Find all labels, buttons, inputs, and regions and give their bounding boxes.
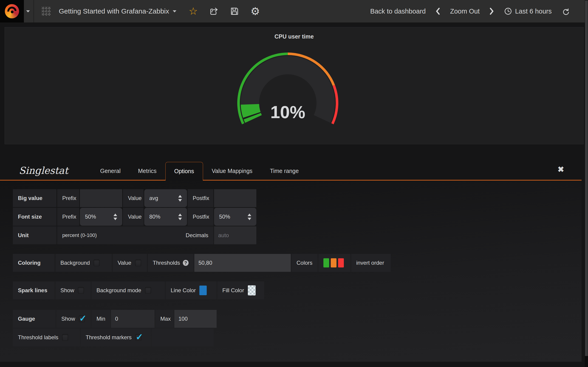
clock-icon	[504, 7, 512, 15]
dashboard-grid-icon	[42, 7, 51, 16]
min-input-cell	[111, 310, 155, 328]
grafana-logo	[5, 4, 19, 18]
gauge-show-checkbox[interactable]	[79, 315, 85, 322]
line-color-label: Line Color	[171, 287, 196, 294]
gauge-show-cell: Show	[56, 310, 91, 328]
save-button[interactable]	[230, 6, 239, 16]
spark-lines-row: Spark lines Show Background mode Line Co…	[13, 282, 582, 299]
gear-icon: ⚙	[251, 6, 260, 17]
fill-color-swatch[interactable]	[248, 285, 256, 295]
postfix-label: Postfix	[188, 189, 213, 207]
coloring-row: Coloring Background Value Thresholds? Co…	[13, 254, 582, 272]
unit-row: Unit percent (0-100) Decimals	[13, 226, 582, 244]
time-range-picker[interactable]: Last 6 hours	[504, 7, 552, 15]
close-editor-button[interactable]: ✖	[558, 165, 564, 174]
thresholds-input[interactable]	[194, 254, 291, 272]
fill-color-label: Fill Color	[222, 287, 244, 294]
panel-editor: Singlestat General Metrics Options Value…	[0, 158, 582, 362]
dashboard-title: Getting Started with Grafana-Zabbix	[59, 7, 169, 15]
caret-down-icon[interactable]	[26, 10, 30, 12]
big-value-postfix-input[interactable]	[214, 189, 256, 207]
refresh-icon[interactable]	[561, 7, 570, 16]
save-icon	[230, 7, 239, 16]
value-checkbox[interactable]	[135, 259, 141, 266]
show-label: Show	[61, 316, 75, 322]
share-button[interactable]	[209, 6, 219, 16]
help-icon[interactable]: ?	[183, 260, 189, 266]
tab-value-mappings[interactable]: Value Mappings	[203, 162, 261, 180]
threshold-markers-cell: Threshold markers	[81, 328, 151, 346]
threshold-labels-checkbox[interactable]	[62, 334, 68, 341]
line-color-swatch[interactable]	[199, 286, 207, 295]
top-navbar: Getting Started with Grafana-Zabbix ☆ ⚙ …	[0, 0, 585, 23]
color-swatch-orange[interactable]	[331, 258, 337, 267]
page-scrollbar	[585, 0, 588, 367]
thresholds-input-cell	[194, 254, 291, 272]
color-swatch-red[interactable]	[338, 258, 344, 267]
settings-button[interactable]: ⚙	[250, 6, 260, 16]
spinner-icon	[248, 214, 251, 220]
gauge-label: Gauge	[13, 310, 56, 328]
editor-header: Singlestat General Metrics Options Value…	[0, 158, 582, 181]
value-size-select[interactable]: 80%	[144, 208, 187, 226]
prefix-size-selected: 50%	[85, 214, 96, 220]
threshold-labels-label: Threshold labels	[18, 334, 58, 341]
max-input[interactable]	[174, 310, 216, 328]
postfix-size-select[interactable]: 50%	[214, 208, 256, 226]
gauge-chart: 10%	[5, 27, 583, 144]
postfix-input-cell	[214, 189, 256, 207]
unit-cell: percent (0-100) Decimals	[57, 226, 213, 244]
prefix-input-cell	[80, 189, 122, 207]
value-label: Value	[123, 189, 144, 207]
prefix-size-select[interactable]: 50%	[80, 208, 122, 226]
navbar-divider	[34, 0, 34, 23]
invert-order-link[interactable]: invert order	[351, 254, 391, 272]
unit-dropdown[interactable]: percent (0-100)	[62, 232, 97, 238]
zoom-out-button[interactable]: Zoom Out	[450, 8, 480, 15]
grafana-menu-button[interactable]	[0, 0, 24, 23]
spinner-icon	[178, 195, 182, 202]
min-label: Min	[91, 310, 110, 328]
editor-tabs: General Metrics Options Value Mappings T…	[91, 162, 308, 180]
chevron-left-icon[interactable]	[435, 8, 440, 15]
spark-show-cell: Show	[55, 282, 91, 299]
background-label: Background	[61, 260, 90, 266]
dashboard-title-dropdown[interactable]: Getting Started with Grafana-Zabbix	[42, 7, 176, 16]
max-input-cell	[174, 310, 216, 328]
threshold-labels-cell: Threshold labels	[13, 328, 80, 346]
singlestat-panel: CPU user time 10%	[5, 27, 584, 144]
tab-general[interactable]: General	[91, 162, 129, 180]
time-range-label: Last 6 hours	[515, 8, 552, 15]
value-stat-select[interactable]: avg	[144, 189, 187, 207]
color-swatch-green[interactable]	[323, 258, 329, 267]
threshold-markers-checkbox[interactable]	[135, 334, 141, 341]
big-value-label: Big value	[13, 189, 57, 207]
tab-time-range[interactable]: Time range	[261, 162, 308, 180]
decimals-input[interactable]	[214, 226, 256, 244]
thresholds-label-cell: Thresholds?	[148, 254, 194, 272]
background-checkbox[interactable]	[94, 259, 100, 266]
tab-metrics[interactable]: Metrics	[129, 162, 165, 180]
star-icon: ☆	[189, 6, 198, 16]
colors-label: Colors	[292, 254, 318, 272]
background-mode-checkbox[interactable]	[145, 287, 151, 294]
color-swatches-cell	[318, 254, 351, 272]
gauge-value: 10%	[242, 103, 334, 121]
value-label: Value	[118, 260, 131, 266]
font-size-label: Font size	[13, 208, 57, 226]
favorite-star-button[interactable]: ☆	[188, 6, 198, 16]
tab-options[interactable]: Options	[165, 162, 203, 181]
caret-down-icon	[173, 10, 176, 12]
gauge-svg	[5, 27, 584, 144]
spark-show-checkbox[interactable]	[78, 287, 84, 294]
line-color-cell: Line Color	[166, 282, 216, 299]
big-value-prefix-input[interactable]	[80, 189, 122, 207]
decimals-input-cell	[214, 226, 256, 244]
scrollbar-thumb[interactable]	[585, 0, 588, 356]
chevron-right-icon[interactable]	[489, 8, 494, 15]
back-to-dashboard-button[interactable]: Back to dashboard	[370, 8, 426, 15]
gauge-row: Gauge Show Min Max	[13, 310, 582, 328]
prefix-label: Prefix	[57, 189, 79, 207]
min-input[interactable]	[111, 310, 155, 328]
threshold-markers-label: Threshold markers	[86, 334, 132, 341]
